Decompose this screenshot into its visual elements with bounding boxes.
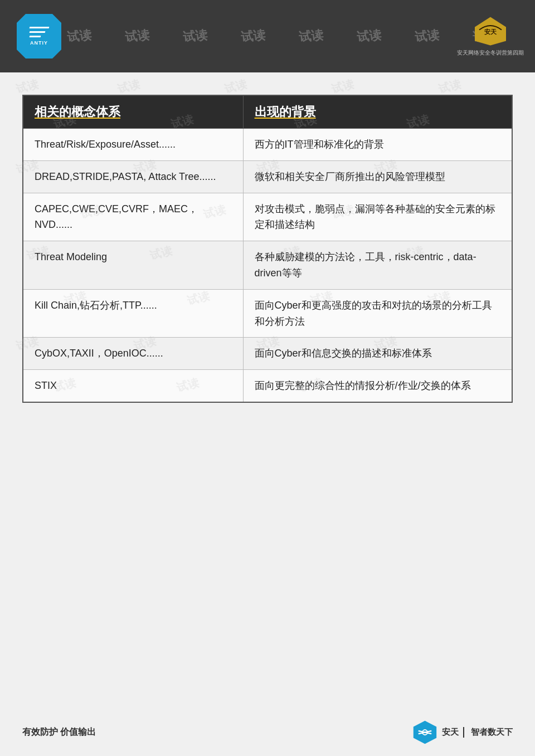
footer-brand: 安天 智者数天下: [412, 720, 513, 745]
pwm-2: 试读: [116, 77, 142, 97]
table-cell-background: 面向更完整的综合性的情报分析/作业/交换的体系: [243, 370, 512, 402]
watermark-3: 试读: [182, 27, 208, 46]
main-content: 试读 试读 试读 试读 试读 试读 试读 试读 试读 试读 试读 试读 试读 试…: [0, 72, 535, 420]
table-header-row: 相关的概念体系 出现的背景: [23, 95, 512, 129]
table-cell-background: 面向Cyber和信息交换的描述和标准体系: [243, 338, 512, 370]
table-cell-background: 面向Cyber和更高强度的攻击和对抗的场景的分析工具和分析方法: [243, 289, 512, 338]
header-watermarks: 试读 试读 试读 试读 试读 试读 试读 试读: [0, 0, 535, 72]
table-row: Threat/Risk/Exposure/Asset......西方的IT管理和…: [23, 129, 512, 161]
table-cell-concept: CybOX,TAXII，OpenIOC......: [23, 338, 243, 370]
table-row: DREAD,STRIDE,PASTA, Attack Tree......微软和…: [23, 160, 512, 193]
col2-header-text: 出现的背景: [255, 105, 316, 119]
logo-diamond: ANTIY: [17, 14, 61, 58]
logo-label: ANTIY: [30, 40, 48, 46]
watermark-4: 试读: [240, 27, 266, 46]
pwm-1: 试读: [14, 77, 40, 97]
footer-logo-icon: [412, 720, 437, 745]
table-cell-concept: Threat Modeling: [23, 241, 243, 290]
watermark-7: 试读: [414, 27, 440, 46]
col1-header-text: 相关的概念体系: [35, 105, 120, 119]
brand-subtitle: 安天网络安全冬训营第四期: [457, 49, 524, 57]
header-brand: 安天 安天网络安全冬训营第四期: [457, 16, 524, 57]
page-footer: 有效防护 价值输出 安天 智者数天下: [0, 720, 535, 745]
footer-brand-subtitle: 智者数天下: [471, 727, 513, 738]
table-cell-background: 各种威胁建模的方法论，工具，risk-centric，data-driven等等: [243, 241, 512, 290]
pwm-5: 试读: [437, 77, 463, 97]
table-cell-concept: DREAD,STRIDE,PASTA, Attack Tree......: [23, 160, 243, 193]
watermark-1: 试读: [66, 27, 92, 46]
brand-icon: 安天: [474, 16, 507, 47]
logo-line-1: [29, 27, 49, 28]
logo-lines: [30, 27, 49, 37]
footer-brand-name: 安天: [442, 727, 464, 738]
page-header: 试读 试读 试读 试读 试读 试读 试读 试读 ANTIY 安天 安天网络安全冬…: [0, 0, 535, 72]
table-row: STIX面向更完整的综合性的情报分析/作业/交换的体系: [23, 370, 512, 402]
table-cell-concept: STIX: [23, 370, 243, 402]
svg-text:安天: 安天: [484, 28, 497, 35]
table-row: Threat Modeling各种威胁建模的方法论，工具，risk-centri…: [23, 241, 512, 290]
col1-header: 相关的概念体系: [23, 95, 243, 129]
table-cell-concept: CAPEC,CWE,CVE,CVRF，MAEC，NVD......: [23, 193, 243, 241]
table-cell-concept: Threat/Risk/Exposure/Asset......: [23, 129, 243, 161]
watermark-6: 试读: [356, 27, 382, 46]
table-row: Kill Chain,钻石分析,TTP......面向Cyber和更高强度的攻击…: [23, 289, 512, 338]
logo-line-3: [29, 36, 41, 37]
table-cell-background: 西方的IT管理和标准化的背景: [243, 129, 512, 161]
concepts-table: 相关的概念体系 出现的背景 Threat/Risk/Exposure/Asset…: [22, 95, 513, 403]
table-cell-background: 对攻击模式，脆弱点，漏洞等各种基础的安全元素的标定和描述结构: [243, 193, 512, 241]
table-cell-concept: Kill Chain,钻石分析,TTP......: [23, 289, 243, 338]
table-cell-background: 微软和相关安全厂商所推出的风险管理模型: [243, 160, 512, 193]
watermark-5: 试读: [298, 27, 324, 46]
table-row: CybOX,TAXII，OpenIOC......面向Cyber和信息交换的描述…: [23, 338, 512, 370]
table-row: CAPEC,CWE,CVE,CVRF，MAEC，NVD......对攻击模式，脆…: [23, 193, 512, 241]
pwm-4: 试读: [330, 77, 356, 97]
pwm-3: 试读: [223, 77, 249, 97]
col2-header: 出现的背景: [243, 95, 512, 129]
watermark-2: 试读: [124, 27, 150, 46]
logo-line-2: [29, 31, 45, 33]
footer-tagline: 有效防护 价值输出: [22, 726, 96, 738]
